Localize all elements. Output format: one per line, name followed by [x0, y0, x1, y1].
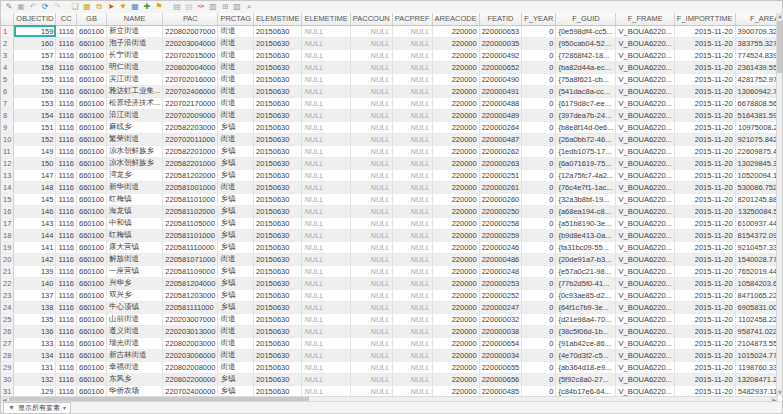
table-cell-f_frame[interactable]: V_BOUA6220... — [616, 385, 674, 396]
table-cell-f_importtime[interactable]: 2015-11-20 — [674, 385, 735, 396]
row-index[interactable]: 25 — [1, 313, 14, 325]
vertical-scrollbar[interactable]: ▲ ▼ — [776, 13, 782, 396]
table-cell-prctag[interactable]: 街道 — [218, 37, 254, 49]
table-cell-elemstime[interactable]: 20150630 — [254, 349, 302, 361]
table-cell-pac[interactable]: 220702011000 — [163, 133, 218, 145]
table-cell-pac[interactable]: 220581101000 — [163, 229, 218, 241]
table-cell-prctag[interactable]: 乡镇 — [218, 373, 254, 385]
table-cell-areacode[interactable]: 220000 — [432, 121, 479, 133]
table-cell-f_guid[interactable]: {b8e8f14d-0e6... — [556, 121, 616, 133]
table-cell-paccoun[interactable]: NULL — [350, 49, 392, 61]
column-header-gb[interactable]: GB — [77, 13, 107, 25]
table-cell-pacpref[interactable]: NULL — [392, 373, 432, 385]
table-cell-pacpref[interactable]: NULL — [392, 205, 432, 217]
table-cell-f_area[interactable]: 383755.32780... — [735, 37, 778, 49]
table-cell-elemstime[interactable]: 20150630 — [254, 169, 302, 181]
table-cell-f_frame[interactable]: V_BOUA6220... — [616, 325, 674, 337]
row-index[interactable]: 23 — [1, 289, 14, 301]
table-cell-f_frame[interactable]: V_BOUA6220... — [616, 109, 674, 121]
table-cell-paccoun[interactable]: NULL — [350, 277, 392, 289]
table-cell-featid[interactable]: 220000250 — [479, 205, 522, 217]
table-cell-objectid[interactable]: 153 — [14, 97, 56, 109]
table-cell-f_importtime[interactable]: 2015-11-20 — [674, 61, 735, 73]
table-cell-pacpref[interactable]: NULL — [392, 217, 432, 229]
zoom-icon[interactable]: ⌕ — [244, 2, 254, 12]
column-header-objectid[interactable]: OBJECTID — [14, 13, 56, 25]
table-cell-prctag[interactable]: 乡镇 — [218, 289, 254, 301]
table-cell-featid[interactable]: 220000262 — [479, 145, 522, 157]
row-index[interactable]: 30 — [1, 373, 14, 385]
row-index[interactable]: 12 — [1, 157, 14, 169]
table-cell-cc[interactable]: 1116 — [56, 61, 77, 73]
table-cell-gb[interactable]: 660100 — [77, 361, 107, 373]
table-cell-name[interactable]: 松原经济技术... — [107, 97, 163, 109]
table-cell-name[interactable]: 康大营镇 — [107, 241, 163, 253]
row-index[interactable]: 19 — [1, 241, 14, 253]
table-cell-prctag[interactable]: 街道 — [218, 61, 254, 73]
table-cell-areacode[interactable]: 220000 — [432, 97, 479, 109]
column-header-f_area[interactable]: F_AREA — [735, 13, 778, 25]
table-cell-areacode[interactable]: 220000 — [432, 253, 479, 265]
table-cell-gb[interactable]: 660100 — [77, 301, 107, 313]
row-index[interactable]: 13 — [1, 169, 14, 181]
table-cell-paccoun[interactable]: NULL — [350, 241, 392, 253]
table-cell-f_frame[interactable]: V_BOUA6220... — [616, 241, 674, 253]
table-cell-f_year[interactable]: 0 — [522, 61, 556, 73]
column-header-pacpref[interactable]: PACPREF — [392, 13, 432, 25]
table-cell-areacode[interactable]: 220000 — [432, 37, 479, 49]
table-cell-featid[interactable]: 220000264 — [479, 121, 522, 133]
locate-icon[interactable]: ⚑ — [154, 2, 164, 12]
table-cell-pac[interactable]: 220802004000 — [163, 61, 218, 73]
table-cell-f_importtime[interactable]: 2015-11-20 — [674, 181, 735, 193]
table-cell-featid[interactable]: 220000260 — [479, 193, 522, 205]
table-cell-gb[interactable]: 660100 — [77, 133, 107, 145]
table-cell-elemetime[interactable]: NULL — [302, 205, 350, 217]
row-index[interactable]: 11 — [1, 145, 14, 157]
table-cell-elemstime[interactable]: 20150630 — [254, 205, 302, 217]
table-cell-name[interactable]: 海龙镇 — [107, 205, 163, 217]
table-cell-elemetime[interactable]: NULL — [302, 85, 350, 97]
table-cell-f_year[interactable]: 0 — [522, 49, 556, 61]
table-cell-name[interactable]: 泡子沿街道 — [107, 37, 163, 49]
table-cell-f_area[interactable]: 774524.83997... — [735, 49, 778, 61]
table-cell-featid[interactable]: 220000247 — [479, 301, 522, 313]
table-cell-f_guid[interactable]: {e57a0c21-98... — [556, 265, 616, 277]
table-cell-pacpref[interactable]: NULL — [392, 157, 432, 169]
table-cell-prctag[interactable]: 街道 — [218, 49, 254, 61]
table-cell-pac[interactable]: 220203004000 — [163, 37, 218, 49]
table-cell-f_year[interactable]: 0 — [522, 169, 556, 181]
table-cell-f_year[interactable]: 0 — [522, 181, 556, 193]
table-cell-cc[interactable]: 1116 — [56, 337, 77, 349]
table-cell-pac[interactable]: 220581001000 — [163, 181, 218, 193]
table-cell-pacpref[interactable]: NULL — [392, 181, 432, 193]
table-cell-paccoun[interactable]: NULL — [350, 373, 392, 385]
table-cell-f_frame[interactable]: V_BOUA6220... — [616, 349, 674, 361]
table-cell-elemstime[interactable]: 20150630 — [254, 301, 302, 313]
table-cell-f_frame[interactable]: V_BOUA6220... — [616, 253, 674, 265]
table-cell-elemstime[interactable]: 20150630 — [254, 97, 302, 109]
table-cell-f_area[interactable]: 1015024.7782... — [735, 349, 778, 361]
table-cell-featid[interactable]: 220000490 — [479, 73, 522, 85]
row-index[interactable]: 9 — [1, 121, 14, 133]
table-cell-name[interactable]: 山前街道 — [107, 313, 163, 325]
table-cell-prctag[interactable]: 街道 — [218, 109, 254, 121]
table-cell-elemetime[interactable]: NULL — [302, 97, 350, 109]
table-cell-f_frame[interactable]: V_BOUA6220... — [616, 121, 674, 133]
table-cell-elemetime[interactable]: NULL — [302, 337, 350, 349]
table-cell-f_importtime[interactable]: 2015-11-20 — [674, 289, 735, 301]
table-cell-f_year[interactable]: 0 — [522, 205, 556, 217]
table-cell-pac[interactable]: 220581101000 — [163, 193, 218, 205]
table-cell-f_guid[interactable]: {397dea7b-24... — [556, 109, 616, 121]
column-header-paccoun[interactable]: PACCOUN — [350, 13, 392, 25]
table-cell-elemstime[interactable]: 20150630 — [254, 85, 302, 97]
table-cell-f_frame[interactable]: V_BOUA6220... — [616, 85, 674, 97]
table-cell-cc[interactable]: 1116 — [56, 181, 77, 193]
table-cell-objectid[interactable]: 139 — [14, 265, 56, 277]
table-cell-f_year[interactable]: 0 — [522, 109, 556, 121]
table-cell-objectid[interactable]: 147 — [14, 169, 56, 181]
table-cell-objectid[interactable]: 146 — [14, 205, 56, 217]
table-cell-pacpref[interactable]: NULL — [392, 169, 432, 181]
table-cell-featid[interactable]: 220000486 — [479, 253, 522, 265]
table-cell-pacpref[interactable]: NULL — [392, 337, 432, 349]
table-cell-objectid[interactable]: 152 — [14, 133, 56, 145]
